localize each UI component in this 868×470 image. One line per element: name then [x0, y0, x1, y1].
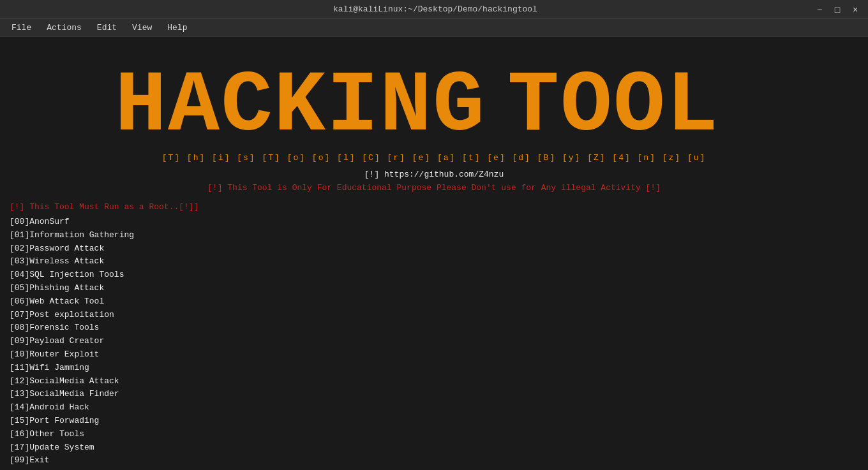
ascii-art-title: HACKING TOOL: [112, 47, 756, 149]
list-item: [99]Exit: [10, 454, 858, 467]
svg-text:HACKING: HACKING: [115, 58, 486, 149]
menu-actions[interactable]: Actions: [40, 21, 88, 34]
list-item: [03]Wireless Attack: [10, 255, 858, 268]
menu-options: [00]AnonSurf [01]Information Gathering […: [10, 216, 858, 467]
list-item: [13]SocialMedia Finder: [10, 388, 858, 401]
list-item: [00]AnonSurf: [10, 216, 858, 229]
menu-edit[interactable]: Edit: [91, 21, 123, 34]
terminal[interactable]: HACKING TOOL [T] [h] [i] [s] [T] [o] [o]…: [0, 37, 868, 470]
list-item: [11]Wifi Jamming: [10, 362, 858, 375]
menu-file[interactable]: File: [5, 21, 38, 34]
list-item: [17]Update System: [10, 441, 858, 455]
list-item: [10]Router Exploit: [10, 348, 858, 362]
menu-view[interactable]: View: [126, 21, 158, 34]
list-item: [15]Port Forwading: [10, 415, 858, 428]
window-title: kali@kaliLinux:~/Desktop/Demo/hackingtoo…: [57, 4, 813, 14]
root-error-line: [!] This Tool Must Run as a Root..[!]]: [10, 201, 858, 214]
window-controls[interactable]: − □ ×: [813, 3, 862, 16]
titlebar: kali@kaliLinux:~/Desktop/Demo/hackingtoo…: [0, 0, 868, 19]
menu-help[interactable]: Help: [161, 21, 193, 34]
subtitle-line: [T] [h] [i] [s] [T] [o] [o] [l] [C] [r] …: [10, 152, 858, 165]
minimize-button[interactable]: −: [813, 3, 826, 16]
list-item: [12]SocialMedia Attack: [10, 375, 858, 388]
list-item: [02]Password Attack: [10, 242, 858, 256]
close-button[interactable]: ×: [849, 3, 862, 16]
github-link: [!] https://github.com/Z4nzu: [10, 168, 858, 181]
maximize-button[interactable]: □: [831, 3, 844, 16]
list-item: [09]Payload Creator: [10, 335, 858, 348]
list-item: [07]Post exploitation: [10, 309, 858, 322]
list-item: [08]Forensic Tools: [10, 321, 858, 335]
warning-line: [!] This Tool is Only For Educational Pu…: [10, 182, 858, 195]
list-item: [04]SQL Injection Tools: [10, 268, 858, 282]
list-item: [05]Phishing Attack: [10, 282, 858, 295]
list-item: [06]Web Attack Tool: [10, 295, 858, 309]
list-item: [14]Android Hack: [10, 401, 858, 415]
list-item: [16]Other Tools: [10, 428, 858, 441]
menubar: File Actions Edit View Help: [0, 19, 868, 37]
list-item: [01]Information Gathering: [10, 229, 858, 242]
svg-text:TOOL: TOOL: [507, 58, 719, 149]
